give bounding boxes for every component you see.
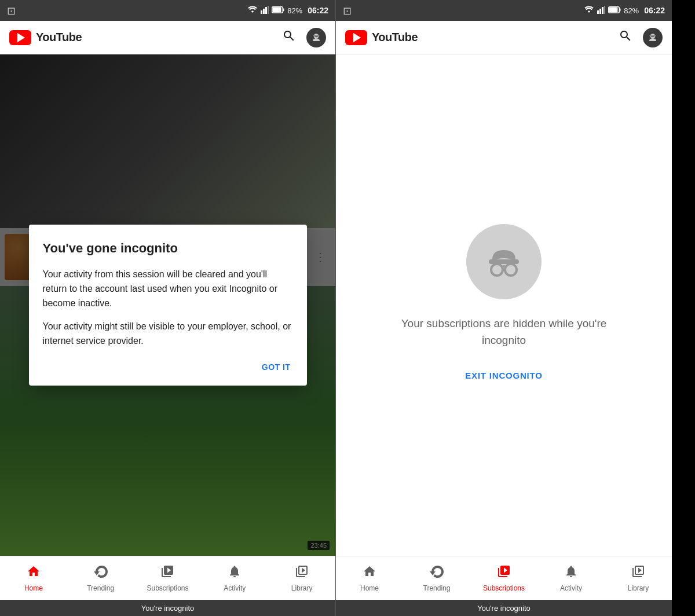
youtube-icon [9, 30, 31, 45]
right-activity-icon [564, 564, 578, 582]
dialog-title: You've gone incognito [43, 241, 293, 256]
nav-label-trending: Trending [87, 584, 114, 592]
svg-rect-13 [599, 9, 601, 14]
right-youtube-icon [345, 30, 367, 45]
svg-rect-23 [650, 35, 656, 36]
battery-icon [272, 6, 284, 15]
subscriptions-icon [160, 564, 174, 582]
incognito-large-icon [466, 224, 542, 299]
signal-icon [261, 6, 269, 16]
right-nav-item-home[interactable]: Home [336, 560, 403, 597]
svg-rect-6 [273, 7, 281, 12]
right-account-avatar[interactable] [643, 28, 663, 47]
right-photo-icon: ⊡ [343, 5, 352, 17]
left-app-header: YouTube [0, 21, 335, 54]
search-icon[interactable] [282, 29, 296, 46]
right-nav-item-subscriptions[interactable]: Subscriptions [470, 560, 537, 597]
right-nav-label-subscriptions: Subscriptions [483, 584, 525, 592]
right-home-icon [363, 564, 376, 582]
incognito-footer-text: You're incognito [141, 604, 195, 613]
nav-label-home: Home [24, 584, 43, 592]
nav-item-library[interactable]: Library [268, 560, 335, 597]
left-main-content: ⋮ 23:45 You've gone incognito Your activ… [0, 54, 335, 556]
nav-label-library: Library [291, 584, 313, 592]
svg-rect-24 [489, 259, 519, 264]
battery-percentage: 82% [287, 6, 302, 15]
svg-rect-14 [602, 7, 603, 14]
account-avatar[interactable] [306, 28, 326, 47]
left-status-bar: ⊡ 82% 06:22 [0, 0, 335, 21]
incognito-dialog: You've gone incognito Your activity from… [29, 225, 307, 386]
nav-item-home[interactable]: Home [0, 560, 67, 597]
svg-point-25 [491, 264, 503, 276]
right-nav-label-trending: Trending [423, 584, 451, 592]
right-battery-icon [608, 6, 621, 15]
activity-icon [228, 564, 242, 582]
svg-rect-3 [268, 6, 269, 14]
nav-label-subscriptions: Subscriptions [147, 584, 188, 592]
dialog-paragraph-2: Your activity might still be visible to … [43, 320, 293, 349]
right-main-content: Your subscriptions are hidden while you'… [336, 54, 672, 556]
nav-label-activity: Activity [224, 584, 246, 592]
right-nav-bar: Home Trending Subscriptions Activity Lib… [336, 556, 672, 600]
right-nav-label-activity: Activity [560, 584, 582, 592]
right-incognito-footer: You're incognito [336, 600, 672, 616]
library-icon [295, 564, 309, 582]
svg-rect-1 [263, 9, 265, 14]
svg-point-10 [317, 36, 317, 36]
right-wifi-icon [584, 6, 594, 16]
svg-rect-15 [604, 6, 605, 14]
svg-rect-2 [265, 7, 267, 14]
dialog-paragraph-1: Your activity from this session will be … [43, 267, 293, 310]
right-signal-icon [597, 6, 605, 16]
wifi-icon [247, 6, 258, 16]
right-app-header: YouTube [336, 21, 672, 54]
right-nav-item-activity[interactable]: Activity [537, 560, 605, 597]
right-trending-icon [430, 564, 444, 582]
right-incognito-footer-text: You're incognito [477, 604, 531, 613]
right-battery-percentage: 82% [624, 6, 639, 15]
right-search-icon[interactable] [619, 29, 632, 46]
nav-item-activity[interactable]: Activity [201, 560, 268, 597]
svg-point-26 [505, 264, 517, 276]
svg-point-28 [502, 265, 506, 267]
right-nav-item-library[interactable]: Library [605, 560, 672, 597]
svg-rect-11 [313, 35, 320, 36]
right-nav-label-home: Home [360, 584, 379, 592]
home-icon [27, 564, 41, 582]
svg-rect-5 [283, 8, 284, 11]
right-status-time: 06:22 [644, 6, 665, 15]
right-youtube-wordmark: YouTube [372, 31, 418, 44]
right-nav-label-library: Library [628, 584, 649, 592]
right-phone: ⊡ 82% 06:22 YouTube [336, 0, 672, 616]
right-library-icon [631, 564, 645, 582]
svg-point-21 [651, 36, 652, 36]
svg-point-9 [314, 36, 315, 36]
nav-item-trending[interactable]: Trending [67, 560, 134, 597]
youtube-wordmark: YouTube [36, 31, 82, 44]
right-youtube-logo: YouTube [345, 30, 418, 45]
left-nav-bar: Home Trending Subscriptions Activity Lib… [0, 556, 335, 600]
got-it-button[interactable]: GOT IT [259, 358, 293, 376]
svg-rect-12 [597, 10, 599, 14]
youtube-logo: YouTube [9, 30, 82, 45]
dialog-actions: GOT IT [43, 358, 293, 376]
trending-icon [94, 564, 108, 582]
svg-point-22 [653, 36, 654, 36]
svg-rect-0 [261, 10, 262, 14]
photo-icon: ⊡ [7, 5, 16, 17]
left-incognito-footer: You're incognito [0, 600, 335, 616]
status-time: 06:22 [308, 6, 328, 15]
svg-rect-18 [609, 7, 618, 12]
subscriptions-hidden-message: Your subscriptions are hidden while you'… [400, 316, 608, 349]
right-subscriptions-icon [497, 564, 511, 582]
dialog-overlay: You've gone incognito Your activity from… [0, 54, 335, 556]
nav-item-subscriptions[interactable]: Subscriptions [134, 560, 202, 597]
svg-rect-17 [620, 8, 621, 11]
right-status-bar: ⊡ 82% 06:22 [336, 0, 672, 21]
left-phone: ⊡ 82% 06:22 YouTube [0, 0, 336, 616]
right-nav-item-trending[interactable]: Trending [403, 560, 470, 597]
exit-incognito-button[interactable]: EXIT INCOGNITO [465, 365, 542, 386]
